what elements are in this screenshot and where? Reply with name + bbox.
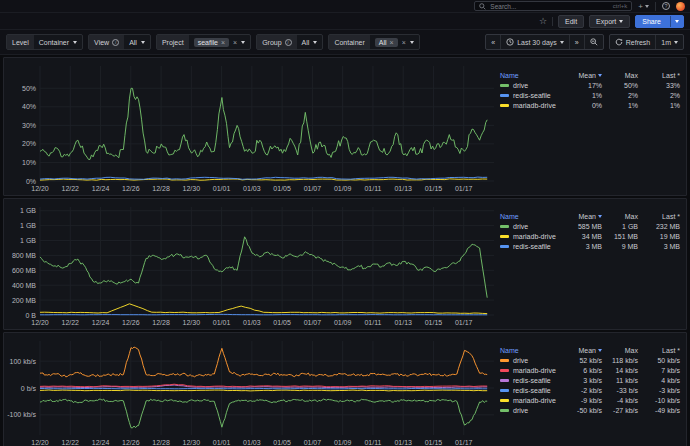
x-axis-tick-label: 12/24	[92, 439, 110, 446]
y-axis-tick-label: 400 MB	[12, 282, 36, 289]
x-axis-tick-label: 12/30	[183, 185, 201, 192]
legend-column-header[interactable]: Name	[500, 345, 562, 355]
x-axis-tick-label: 01/13	[394, 319, 412, 326]
legend-series-name[interactable]: drive	[500, 355, 562, 365]
legend-last-value: 3 MB	[638, 241, 680, 251]
series-line-redis-seafile	[40, 177, 487, 179]
edit-button[interactable]: Edit	[558, 15, 584, 28]
legend-column-header[interactable]: Mean	[562, 211, 602, 221]
export-button[interactable]: Export	[589, 15, 630, 28]
y-axis-tick-label: 40%	[22, 103, 36, 110]
legend-series-name[interactable]: redis-seafile	[500, 385, 562, 395]
filter-chip[interactable]: All×	[375, 38, 398, 47]
x-axis-tick-label: 01/01	[213, 185, 231, 192]
x-axis-tick-label: 12/30	[183, 319, 201, 326]
legend-column-header[interactable]: Mean	[562, 345, 602, 355]
legend-series-name[interactable]: mariadb-drive	[500, 231, 562, 241]
legend-max-value: 9 MB	[602, 241, 638, 251]
filter-value-dropdown[interactable]: All	[124, 35, 150, 49]
legend-column-header[interactable]: Max	[602, 345, 638, 355]
x-axis-tick-label: 01/05	[273, 439, 291, 446]
filter-label: Level	[7, 35, 34, 49]
filter-chip[interactable]: seafile×	[194, 38, 229, 47]
legend-column-header[interactable]: Max	[602, 211, 638, 221]
x-axis-tick-label: 01/03	[243, 319, 261, 326]
legend-last-value: 4 kb/s	[638, 375, 680, 385]
legend-column-header[interactable]: Mean	[562, 70, 602, 80]
y-axis-tick-label: -100 kb/s	[7, 411, 36, 418]
series-color-swatch	[500, 225, 509, 228]
clear-filter-icon[interactable]: ×	[402, 39, 406, 46]
time-shift-back-button[interactable]: «	[486, 35, 500, 49]
x-axis-tick-label: 01/03	[243, 439, 261, 446]
y-axis-tick-label: 0%	[26, 178, 36, 185]
remove-chip-icon[interactable]: ×	[390, 39, 394, 46]
x-axis-tick-label: 01/15	[425, 319, 443, 326]
series-name-label: mariadb-drive	[513, 233, 556, 240]
series-line-mariadb-drive	[40, 390, 487, 391]
legend-series-name[interactable]: mariadb-drive	[500, 100, 562, 110]
legend-series-name[interactable]: drive	[500, 405, 562, 415]
filter-level: LevelContainer	[6, 34, 83, 50]
share-menu-button[interactable]	[670, 16, 683, 27]
panel-network-io[interactable]: -100 kb/s0 b/s100 kb/s12/2012/2212/2412/…	[3, 332, 687, 446]
legend-column-header[interactable]: Last *	[638, 345, 680, 355]
legend-max-value: 1%	[602, 100, 638, 110]
legend-series-name[interactable]: redis-seafile	[500, 375, 562, 385]
legend-column-header[interactable]: Last *	[638, 211, 680, 221]
legend-mean-value: 3 MB	[562, 241, 602, 251]
legend-table: NameMeanMaxLast *drive585 MB1 GB232 MBma…	[500, 211, 680, 251]
legend-column-header[interactable]: Last *	[638, 70, 680, 80]
clear-filter-icon[interactable]: ×	[233, 39, 237, 46]
series-line-redis-seafile	[40, 388, 487, 389]
series-color-swatch	[500, 104, 509, 107]
legend-series-name[interactable]: mariadb-drive	[500, 395, 562, 405]
series-name-label: mariadb-drive	[513, 367, 556, 374]
add-button[interactable]: +	[638, 2, 649, 11]
legend-column-header[interactable]: Name	[500, 70, 562, 80]
refresh-interval-picker[interactable]: 1m	[655, 35, 683, 49]
x-axis-tick-label: 12/28	[152, 439, 170, 446]
legend-max-value: 11 kb/s	[602, 375, 638, 385]
remove-chip-icon[interactable]: ×	[221, 39, 225, 46]
legend-series-name[interactable]: mariadb-drive	[500, 365, 562, 375]
user-avatar[interactable]	[676, 2, 685, 11]
legend-series-name[interactable]: redis-seafile	[500, 241, 562, 251]
filter-value-dropdown[interactable]: Container	[34, 35, 82, 49]
help-icon[interactable]: ?	[662, 2, 670, 10]
x-axis-tick-label: 01/09	[334, 319, 352, 326]
legend-series-name[interactable]: drive	[500, 221, 562, 231]
panel-memory-usage[interactable]: 0 B200 MB400 MB600 MB800 MB1 GB1 GB1 GB1…	[3, 198, 687, 330]
legend-mean-value: 1%	[562, 90, 602, 100]
series-name-label: drive	[513, 223, 528, 230]
legend-series-name[interactable]: redis-seafile	[500, 90, 562, 100]
refresh-button[interactable]: Refresh	[610, 35, 656, 49]
y-axis-tick-label: 600 MB	[12, 267, 36, 274]
clock-icon	[506, 38, 514, 46]
x-axis-tick-label: 01/05	[273, 185, 291, 192]
x-axis-tick-label: 01/15	[425, 439, 443, 446]
filter-value-dropdown[interactable]: seafile××	[189, 35, 250, 49]
filter-selected-value: All	[129, 39, 137, 46]
share-button[interactable]: Share	[636, 16, 667, 27]
time-range-picker[interactable]: Last 30 days	[500, 35, 569, 49]
series-line-redis-seafile	[40, 314, 487, 315]
filter-value-dropdown[interactable]: All××	[370, 35, 419, 49]
x-axis-tick-label: 12/22	[62, 439, 80, 446]
legend-column-header[interactable]: Name	[500, 211, 562, 221]
panel-cpu-usage[interactable]: 0%10%20%30%40%50%12/2012/2212/2412/2612/…	[3, 57, 687, 196]
search-input[interactable]: Search... ctrl+k	[474, 1, 632, 11]
favorite-star-icon[interactable]: ☆	[539, 16, 547, 26]
series-name-label: drive	[513, 357, 528, 364]
zoom-out-button[interactable]	[584, 35, 603, 49]
legend-column-header[interactable]: Max	[602, 70, 638, 80]
series-line-drive	[40, 237, 487, 298]
legend-max-value: 151 MB	[602, 231, 638, 241]
x-axis-tick-label: 01/17	[455, 319, 473, 326]
time-range-controls: « Last 30 days »	[485, 34, 604, 50]
legend-series-name[interactable]: drive	[500, 80, 562, 90]
x-axis-tick-label: 12/28	[152, 185, 170, 192]
filter-value-dropdown[interactable]: All	[297, 35, 323, 49]
legend-mean-value: -50 kb/s	[562, 405, 602, 415]
time-shift-forward-button[interactable]: »	[569, 35, 584, 49]
